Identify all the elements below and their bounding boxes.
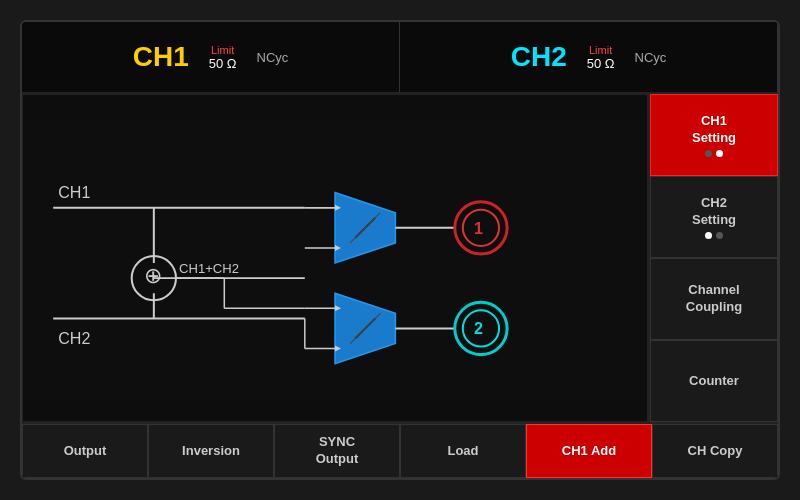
svg-text:CH1+CH2: CH1+CH2	[179, 261, 239, 276]
bottom-bar: Output Inversion SYNC Output Load CH1 Ad…	[22, 422, 778, 478]
channel-coupling-line2: Coupling	[686, 299, 742, 316]
svg-text:CH2: CH2	[58, 329, 90, 347]
ch1-ncyc: NCyc	[257, 50, 289, 65]
channel-coupling-button[interactable]: Channel Coupling	[650, 258, 778, 340]
output-label: Output	[64, 443, 107, 460]
ch2-ohm: 50 Ω	[587, 56, 615, 71]
svg-text:CH1: CH1	[58, 183, 90, 201]
counter-label: Counter	[689, 373, 739, 390]
ch2-label: CH2	[511, 41, 567, 73]
ch2-setting-dots	[705, 232, 723, 239]
diagram-area: CH1 CH2 ⊕ CH1+CH2	[22, 94, 648, 422]
sync-output-button[interactable]: SYNC Output	[274, 424, 400, 478]
inversion-button[interactable]: Inversion	[148, 424, 274, 478]
ch2-limit: Limit	[589, 44, 612, 56]
ch2-setting-label-line1: CH2	[701, 195, 727, 212]
ch1-setting-label-line1: CH1	[701, 113, 727, 130]
dot1	[705, 150, 712, 157]
ch1-setting-dots	[705, 150, 723, 157]
ch1-limit: Limit	[211, 44, 234, 56]
ch1-section: CH1 Limit 50 Ω NCyc	[22, 22, 400, 92]
header: CH1 Limit 50 Ω NCyc CH2 Limit 50 Ω NCyc	[22, 22, 778, 94]
svg-text:2: 2	[474, 319, 483, 337]
dot2	[716, 150, 723, 157]
output-button[interactable]: Output	[22, 424, 148, 478]
svg-text:⊕: ⊕	[144, 263, 162, 288]
right-panel: CH1 Setting CH2 Setting Channel Coupling	[648, 94, 778, 422]
ch2-setting-button[interactable]: CH2 Setting	[650, 176, 778, 258]
load-button[interactable]: Load	[400, 424, 526, 478]
ch1-add-label: CH1 Add	[562, 443, 616, 460]
sync-output-line2: Output	[316, 451, 359, 468]
ch1-setting-label-line2: Setting	[692, 130, 736, 147]
ch-copy-label: CH Copy	[688, 443, 743, 460]
device-panel: CH1 Limit 50 Ω NCyc CH2 Limit 50 Ω NCyc	[20, 20, 780, 480]
channel-coupling-line1: Channel	[688, 282, 739, 299]
svg-text:1: 1	[474, 219, 483, 237]
ch2-ncyc: NCyc	[635, 50, 667, 65]
ch1-label: CH1	[133, 41, 189, 73]
ch2-section: CH2 Limit 50 Ω NCyc	[400, 22, 778, 92]
ch2-setting-label-line2: Setting	[692, 212, 736, 229]
main-area: CH1 CH2 ⊕ CH1+CH2	[22, 94, 778, 422]
load-label: Load	[447, 443, 478, 460]
ch1-ohm: 50 Ω	[209, 56, 237, 71]
ch1-add-button[interactable]: CH1 Add	[526, 424, 652, 478]
ch-copy-button[interactable]: CH Copy	[652, 424, 778, 478]
inversion-label: Inversion	[182, 443, 240, 460]
counter-button[interactable]: Counter	[650, 340, 778, 422]
ch1-setting-button[interactable]: CH1 Setting	[650, 94, 778, 176]
dot1	[705, 232, 712, 239]
sync-output-line1: SYNC	[319, 434, 355, 451]
dot2	[716, 232, 723, 239]
diagram-svg: CH1 CH2 ⊕ CH1+CH2	[23, 95, 647, 421]
